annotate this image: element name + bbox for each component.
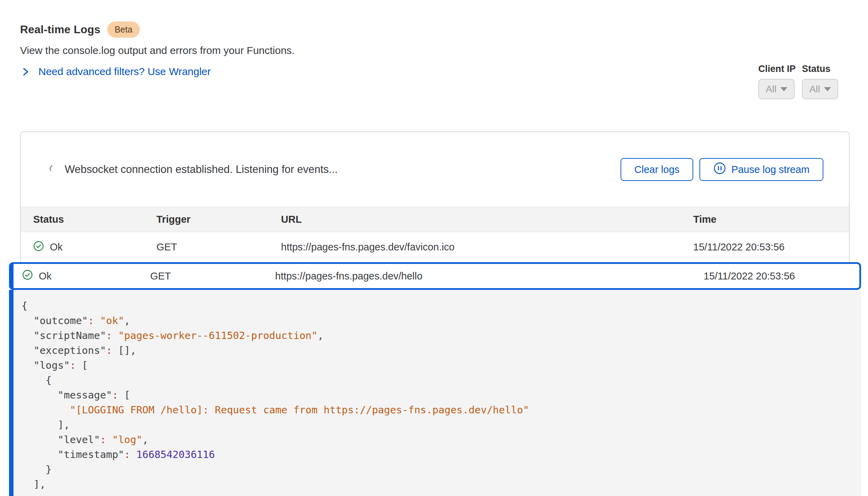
- spinner-icon: [48, 163, 58, 176]
- trigger-cell: GET: [150, 270, 275, 282]
- time-cell: 15/11/2022 20:53:56: [704, 270, 859, 282]
- status-filter-value: All: [809, 84, 820, 95]
- log-json-line: ],: [21, 417, 847, 432]
- client-ip-filter-value: All: [766, 84, 776, 95]
- log-actions: Clear logs Pause log stream: [621, 158, 823, 181]
- column-header-time: Time: [693, 214, 849, 225]
- check-circle-icon: [22, 269, 33, 283]
- status-value: Ok: [50, 241, 63, 253]
- status-value: Ok: [39, 270, 52, 282]
- log-json-line: "scriptName": "pages-worker--611502-prod…: [21, 328, 847, 343]
- logs-panel: Websocket connection established. Listen…: [20, 131, 850, 262]
- log-filters: Client IP All Status All: [758, 64, 838, 99]
- beta-badge: Beta: [107, 21, 139, 38]
- log-json-line: "level": "log",: [21, 432, 847, 447]
- log-json-line: "[LOGGING FROM /hello]: Request came fro…: [21, 403, 847, 417]
- url-cell: https://pages-fns.pages.dev/favicon.ico: [281, 241, 693, 253]
- client-ip-filter: Client IP All: [758, 64, 796, 99]
- websocket-toolbar: Websocket connection established. Listen…: [21, 132, 849, 207]
- log-json-line: "logs": [: [21, 358, 847, 373]
- clear-logs-button-label: Clear logs: [634, 164, 680, 175]
- log-json-line: }: [21, 462, 847, 477]
- websocket-status-text: Websocket connection established. Listen…: [65, 163, 338, 176]
- client-ip-filter-select[interactable]: All: [758, 79, 795, 99]
- client-ip-filter-label: Client IP: [758, 64, 796, 74]
- page-subtitle: View the console.log output and errors f…: [20, 45, 295, 56]
- log-json-line: "timestamp": 1668542036116: [21, 447, 847, 462]
- column-header-trigger: Trigger: [156, 214, 281, 225]
- pause-icon: [713, 162, 726, 177]
- page-title: Real-time Logs: [20, 23, 100, 36]
- pause-log-stream-button-label: Pause log stream: [731, 164, 810, 175]
- advanced-filters-link[interactable]: Need advanced filters? Use Wrangler: [21, 66, 211, 77]
- check-circle-icon: [33, 241, 44, 254]
- log-json-line: ],: [21, 477, 847, 492]
- time-cell: 15/11/2022 20:53:56: [693, 241, 849, 253]
- caret-down-icon: [824, 87, 831, 91]
- log-json-line: {: [21, 298, 847, 313]
- status-cell: Ok: [33, 241, 156, 254]
- column-header-url: URL: [281, 214, 693, 225]
- advanced-filters-link-label: Need advanced filters? Use Wrangler: [38, 66, 211, 77]
- pause-log-stream-button[interactable]: Pause log stream: [699, 158, 823, 181]
- status-filter-select[interactable]: All: [802, 79, 838, 99]
- column-header-status: Status: [33, 214, 156, 225]
- websocket-status: Websocket connection established. Listen…: [48, 163, 621, 176]
- status-cell: Ok: [22, 269, 150, 283]
- trigger-cell: GET: [156, 241, 281, 253]
- status-filter: Status All: [802, 64, 838, 99]
- page-header: Real-time Logs Beta: [20, 21, 140, 38]
- chevron-right-icon: [21, 66, 30, 77]
- log-json-line: "exceptions": [],: [21, 343, 847, 358]
- log-json-line: "outcome": "ok",: [21, 313, 847, 328]
- expanded-log-entry: Ok GET https://pages-fns.pages.dev/hello…: [9, 262, 861, 496]
- clear-logs-button[interactable]: Clear logs: [621, 158, 694, 181]
- selected-log-row[interactable]: Ok GET https://pages-fns.pages.dev/hello…: [9, 262, 861, 290]
- log-json-line: "message": [: [21, 388, 847, 403]
- log-table-row[interactable]: Ok GET https://pages-fns.pages.dev/favic…: [21, 232, 849, 262]
- log-json-line: {: [21, 373, 847, 388]
- log-table-header: Status Trigger URL Time: [21, 207, 849, 232]
- caret-down-icon: [780, 87, 787, 91]
- status-filter-label: Status: [802, 64, 831, 74]
- log-detail-json: { "outcome": "ok", "scriptName": "pages-…: [9, 290, 861, 496]
- url-cell: https://pages-fns.pages.dev/hello: [275, 270, 704, 282]
